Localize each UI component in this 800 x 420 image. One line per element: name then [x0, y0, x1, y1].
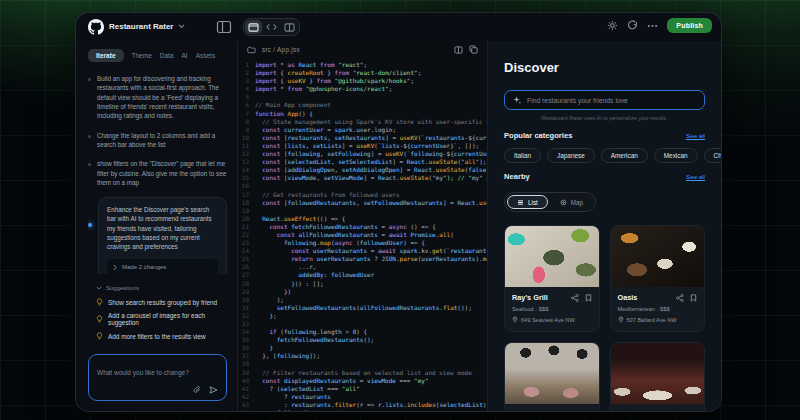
code-line: 1import * as React from "react";: [238, 61, 487, 69]
search-input[interactable]: Find restaurants your friends love: [504, 90, 705, 110]
code-editor[interactable]: 1import * as React from "react";2import …: [238, 58, 487, 411]
paperclip-icon[interactable]: [193, 386, 201, 394]
restaurant-photo: [505, 343, 599, 404]
code-line: 10 const [restaurants, setRestaurants] =…: [238, 134, 487, 142]
suggestions-header[interactable]: Suggestions: [96, 285, 227, 291]
restaurant-cuisine: Seafood · $$$: [512, 306, 592, 312]
ai-caption: Restaurant Rater uses AI to personalize …: [504, 115, 705, 121]
tab-data[interactable]: Data: [160, 52, 174, 59]
code-line: 16: [238, 182, 487, 190]
search-placeholder: Find restaurants your friends love: [527, 97, 628, 104]
share-icon[interactable]: [676, 411, 684, 412]
restaurant-address: 649 Seaview Ave NW: [521, 317, 575, 323]
chip-italian[interactable]: Italian: [504, 148, 541, 163]
timeline-dot: [88, 135, 91, 138]
code-line: 43 : restaurants.filter(r => r.lists.inc…: [238, 401, 487, 409]
app-window: Restaurant Rater: [75, 12, 722, 412]
code-line: 36 }: [238, 344, 487, 352]
kebab-menu-icon[interactable]: [647, 24, 658, 28]
section-label: Nearby: [504, 172, 530, 181]
code-line: 11 const [lists, setLists] = useKV(`list…: [238, 142, 487, 150]
bookmark-icon[interactable]: [585, 294, 592, 302]
suggestion-item[interactable]: Show search results grouped by friend: [96, 298, 227, 306]
app-preview-panel: Discover Find restaurants your friends l…: [488, 41, 721, 411]
code-line: 27 addedBy: followedUser: [238, 271, 487, 279]
user-message: Build an app for discovering and trackin…: [88, 74, 227, 121]
code-line: 37 }, [following]);: [238, 352, 487, 360]
bookmark-icon[interactable]: [690, 411, 697, 412]
see-all-link[interactable]: See all: [686, 132, 705, 139]
share-icon[interactable]: [571, 411, 579, 412]
lightbulb-icon: [96, 315, 103, 323]
open-split-icon[interactable]: [454, 46, 463, 54]
timeline-dot: [88, 163, 91, 166]
tab-iterate[interactable]: Iterate: [88, 49, 124, 62]
toggle-list[interactable]: List: [507, 195, 548, 209]
code-line: 4import * from "@phosphor-icons/react";: [238, 85, 487, 93]
suggestion-item[interactable]: Add a carousel of images for each sugges…: [96, 312, 227, 326]
file-breadcrumb[interactable]: src / App.jsx: [262, 46, 300, 53]
restaurant-card[interactable]: Asadero: [504, 342, 600, 411]
user-message: Change the layout to 2 columns and add a…: [88, 131, 227, 150]
tab-assets[interactable]: Assets: [196, 52, 216, 59]
share-icon[interactable]: [676, 294, 684, 302]
message-text: Build an app for discovering and trackin…: [97, 74, 227, 121]
refresh-icon[interactable]: [627, 20, 638, 31]
settings-gear-icon[interactable]: [607, 20, 618, 31]
view-mode-switcher: [243, 18, 300, 36]
suggestions-label: Suggestions: [106, 285, 139, 291]
code-line: 14 const [addDialogOpen, setAddDialogOpe…: [238, 166, 487, 174]
copy-icon[interactable]: [469, 45, 478, 54]
changes-expander[interactable]: Made 2 changes: [107, 259, 218, 274]
active-message-card: Enhance the Discover page's search bar w…: [98, 197, 227, 274]
see-all-link[interactable]: See all: [686, 173, 705, 180]
code-line: 6// Main App component: [238, 101, 487, 109]
message-text: show filters on the "Discover" page that…: [97, 159, 227, 187]
code-line: 23 following.map(async (followedUser) =>…: [238, 239, 487, 247]
editor-header: src / App.jsx: [238, 41, 487, 58]
chip-american[interactable]: American: [601, 148, 648, 163]
restaurant-card[interactable]: Ray's Grill Seafood · $$$ 649 Seaview Av…: [504, 225, 600, 332]
restaurant-name: Ray's Grill: [512, 293, 571, 302]
code-view-button[interactable]: [263, 20, 280, 34]
send-icon[interactable]: [209, 386, 218, 394]
chevron-down-icon: [178, 24, 185, 29]
code-line: 24 const userRestaurants = await spark.k…: [238, 247, 487, 255]
code-line: 21 const fetchFollowedRestaurants = asyn…: [238, 223, 487, 231]
restaurant-name: Asadero: [512, 410, 571, 411]
toggle-map[interactable]: Map: [550, 195, 593, 209]
restaurant-address: 507 Ballard Ave NW: [627, 317, 677, 323]
preview-view-button[interactable]: [245, 20, 262, 34]
restaurant-card[interactable]: Ocho: [610, 342, 706, 411]
code-line: 22 const allFollowedRestaurants = await …: [238, 231, 487, 239]
timeline-dot: [88, 78, 91, 81]
restaurant-card[interactable]: Oasis Mediterranean · $$$ 507 Ballard Av…: [610, 225, 706, 332]
tab-ai[interactable]: AI: [181, 52, 187, 59]
bookmark-icon[interactable]: [585, 411, 592, 412]
tab-theme[interactable]: Theme: [132, 52, 152, 59]
restaurant-name: Oasis: [618, 293, 677, 302]
code-line: 39 // Filter restaurants based on select…: [238, 369, 487, 377]
code-line: 3import { useKV } from "@github/spark/ho…: [238, 77, 487, 85]
folder-icon: [247, 46, 256, 54]
chip-japanese[interactable]: Japanese: [547, 148, 595, 163]
user-message-active: Enhance the Discover page's search bar w…: [88, 197, 227, 274]
share-icon[interactable]: [571, 294, 579, 302]
chat-input[interactable]: What would you like to change?: [88, 354, 227, 401]
page-title: Discover: [504, 60, 705, 75]
ai-sparkle-icon: [513, 96, 521, 104]
map-icon: [560, 199, 567, 206]
publish-button[interactable]: Publish: [667, 18, 712, 33]
chip-chinese[interactable]: Chinese: [704, 148, 721, 163]
sidebar-toggle-icon[interactable]: [216, 20, 232, 34]
app-title[interactable]: Restaurant Rater: [109, 22, 185, 31]
restaurant-cuisine: Mediterranean · $$$: [618, 306, 698, 312]
code-line: 40 const displayedRestaurants = viewMode…: [238, 377, 487, 385]
bookmark-icon[interactable]: [690, 294, 697, 302]
suggestion-item[interactable]: Add more filters to the results view: [96, 332, 227, 340]
chat-input-placeholder: What would you like to change?: [97, 369, 189, 376]
split-view-button[interactable]: [281, 20, 298, 34]
code-line: 13 const [selectedList, setSelectedList]…: [238, 158, 487, 166]
restaurant-photo: [611, 343, 705, 404]
chip-mexican[interactable]: Mexican: [654, 148, 698, 163]
